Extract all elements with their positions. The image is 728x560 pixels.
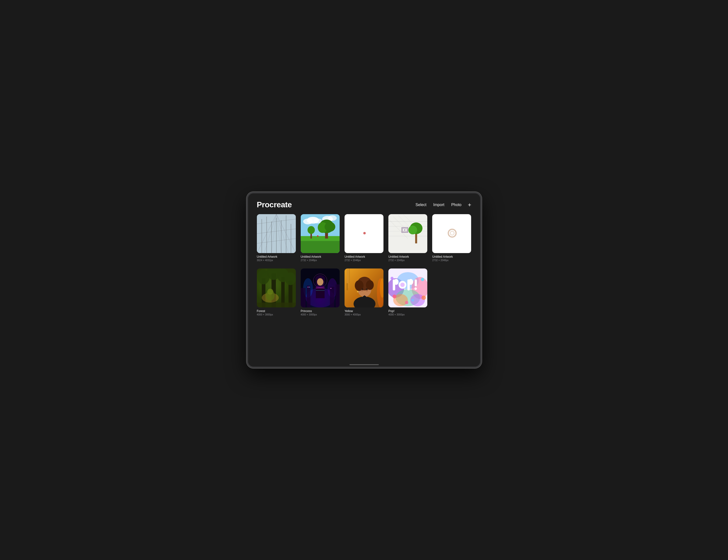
svg-point-102 — [357, 291, 358, 292]
artwork-name-3: Untitled Artwork — [345, 255, 383, 259]
header-actions: Select Import Photo + — [415, 202, 471, 208]
artwork-thumb-2 — [301, 214, 340, 253]
artwork-size-3: 2732 × 2048px — [345, 259, 383, 262]
artwork-thumb-1 — [257, 214, 296, 253]
svg-rect-78 — [330, 288, 331, 289]
svg-point-32 — [317, 236, 318, 237]
add-artwork-button[interactable]: + — [468, 202, 471, 208]
photo-button[interactable]: Photo — [451, 202, 462, 208]
svg-rect-90 — [349, 269, 350, 283]
artwork-item-5[interactable]: Untitled Artwork 2732 × 2048px — [432, 214, 471, 262]
artwork-item-7[interactable]: Princess 4000 × 3000px — [301, 269, 340, 316]
svg-point-114 — [394, 279, 399, 285]
select-button[interactable]: Select — [415, 202, 427, 208]
artwork-size-8: 3000 × 4000px — [345, 313, 383, 316]
svg-point-120 — [415, 287, 417, 290]
svg-point-123 — [421, 296, 426, 300]
gallery-grid: Untitled Artwork 3024 × 4032px — [257, 214, 471, 316]
artwork-item-6[interactable]: Forest 4000 × 3000px — [257, 269, 296, 316]
svg-rect-119 — [415, 280, 417, 286]
svg-point-97 — [366, 280, 374, 290]
svg-point-49 — [404, 229, 406, 231]
artwork-size-9: 4000 × 3000px — [388, 313, 427, 316]
svg-point-121 — [393, 295, 396, 298]
screen: Procreate Select Import Photo + — [248, 193, 480, 367]
ipad-frame: Procreate Select Import Photo + — [247, 192, 482, 368]
svg-point-82 — [317, 278, 323, 285]
artwork-thumb-9 — [388, 269, 427, 307]
svg-rect-35 — [388, 214, 427, 253]
artwork-size-6: 4000 × 3000px — [257, 313, 296, 316]
svg-point-122 — [421, 278, 424, 281]
app-header: Procreate Select Import Photo + — [248, 193, 480, 212]
artwork-item-2[interactable]: Untitled Artwork 2732 × 2048px — [301, 214, 340, 262]
app-title: Procreate — [257, 200, 292, 209]
svg-point-124 — [391, 277, 394, 280]
svg-point-31 — [308, 226, 315, 234]
artwork-thumb-5 — [432, 214, 471, 253]
svg-point-101 — [366, 288, 368, 290]
artwork-name-1: Untitled Artwork — [257, 255, 296, 259]
artwork-size-7: 4000 × 3000px — [301, 313, 340, 316]
artwork-thumb-7 — [301, 269, 340, 307]
svg-point-29 — [324, 222, 335, 232]
svg-rect-76 — [308, 287, 309, 287]
svg-rect-72 — [301, 288, 306, 308]
artwork-name-7: Princess — [301, 309, 340, 313]
artwork-name-5: Untitled Artwork — [432, 255, 471, 259]
artwork-gallery: Untitled Artwork 3024 × 4032px — [248, 212, 480, 367]
svg-point-116 — [400, 283, 405, 287]
artwork-thumb-4 — [388, 214, 427, 253]
artwork-item-4[interactable]: Untitled Artwork 2732 × 2048px — [388, 214, 427, 262]
artwork-thumb-6 — [257, 269, 296, 307]
svg-point-118 — [408, 279, 413, 285]
artwork-size-4: 2732 × 2048px — [388, 259, 427, 262]
svg-point-100 — [361, 288, 363, 290]
import-button[interactable]: Import — [433, 202, 445, 208]
svg-point-34 — [363, 232, 366, 235]
svg-rect-20 — [301, 236, 340, 241]
svg-rect-91 — [346, 283, 348, 290]
artwork-name-9: Pop! — [388, 309, 427, 313]
svg-point-125 — [405, 301, 408, 304]
svg-rect-50 — [432, 214, 471, 253]
artwork-name-6: Forest — [257, 309, 296, 313]
artwork-item-8[interactable]: Yellow 3000 × 4000px — [345, 269, 383, 316]
svg-point-25 — [328, 216, 337, 221]
svg-rect-77 — [309, 287, 310, 287]
artwork-size-1: 3024 × 4032px — [257, 259, 296, 262]
side-indicator — [247, 275, 248, 285]
artwork-name-2: Untitled Artwork — [301, 255, 340, 259]
artwork-item-1[interactable]: Untitled Artwork 3024 × 4032px — [257, 214, 296, 262]
svg-point-46 — [408, 226, 417, 235]
artwork-item-3[interactable]: Untitled Artwork 2732 × 2048px — [345, 214, 383, 262]
artwork-size-2: 2732 × 2048px — [301, 259, 340, 262]
home-indicator — [349, 364, 379, 365]
artwork-thumb-3 — [345, 214, 383, 253]
artwork-size-5: 2732 × 2048px — [432, 259, 471, 262]
svg-rect-75 — [335, 284, 340, 308]
svg-rect-74 — [330, 287, 334, 308]
svg-rect-67 — [257, 269, 296, 307]
svg-point-126 — [411, 299, 414, 302]
artwork-name-4: Untitled Artwork — [388, 255, 427, 259]
artwork-name-8: Yellow — [345, 309, 383, 313]
artwork-thumb-8 — [345, 269, 383, 307]
svg-rect-73 — [307, 285, 310, 308]
artwork-item-9[interactable]: Pop! 4000 × 3000px — [388, 269, 427, 316]
